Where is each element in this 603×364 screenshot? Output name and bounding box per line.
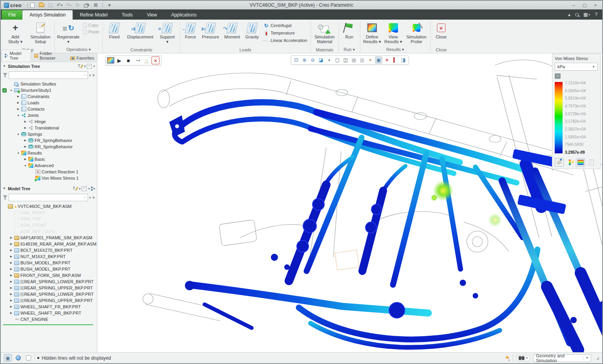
graphics-tool-icon[interactable]: [351, 56, 358, 64]
filter-icon[interactable]: [3, 195, 7, 200]
tree-item[interactable]: ▲ 6AP1AF001_FRAME_SIM_BKP.ASM: [1, 235, 97, 241]
expander-icon[interactable]: [24, 145, 27, 148]
playback-tool-icon[interactable]: [107, 57, 114, 64]
tab-applications[interactable]: Applications: [164, 10, 204, 20]
expander-icon[interactable]: [24, 126, 27, 129]
centrifugal-button[interactable]: ↻Centrifugal: [262, 22, 309, 29]
expander-icon[interactable]: [16, 107, 20, 111]
view-results-button[interactable]: View Results ▾: [383, 21, 404, 44]
tab-view[interactable]: View: [140, 10, 164, 20]
tree-toggle-icon[interactable]: [4, 354, 12, 362]
graphics-tool-icon[interactable]: [400, 56, 407, 64]
tree-item[interactable]: ▲ B REAR_SPRING_UPPER_BKP.PRT: [1, 297, 97, 304]
simulation-setup-button[interactable]: Simulation Setup: [28, 21, 53, 44]
simulation-probe-button[interactable]: Simulation Probe: [404, 21, 429, 44]
unit-select[interactable]: kPa▼: [555, 63, 598, 71]
linear-acceleration-button[interactable]: ⋯→Linear Acceleration: [262, 37, 309, 44]
add-study-button[interactable]: + Add Study ▾: [3, 21, 27, 44]
tree-item[interactable]: Von Mises Stress 1: [1, 175, 97, 181]
tree-columns-icon[interactable]: [87, 64, 92, 69]
clear-search-icon[interactable]: ×: [84, 195, 86, 200]
tree-item[interactable]: ▲ ASM_TOP: [1, 216, 97, 222]
flag-icon[interactable]: ⚑1: [505, 355, 510, 361]
expander-icon[interactable]: [9, 268, 13, 271]
playback-tool-icon[interactable]: [133, 56, 141, 64]
fixed-button[interactable]: Fixed: [104, 21, 124, 40]
graphics-tool-icon[interactable]: [384, 56, 391, 64]
tree-filters-icon[interactable]: [72, 186, 78, 191]
graphics-area[interactable]: Von Mises Stress kPa▼ − 7.1510e+046.3565…: [97, 53, 602, 352]
support-button[interactable]: ≡ Support ▾: [156, 21, 178, 44]
graphics-tool-icon[interactable]: [334, 56, 341, 64]
expander-icon[interactable]: [9, 255, 13, 258]
tree-item[interactable]: ▲ BUSH_MODEL_BKP.PRT: [1, 266, 97, 272]
tree-item[interactable]: FR_SpringBehavior: [1, 137, 97, 144]
search-icon[interactable]: [575, 13, 579, 16]
gravity-button[interactable]: ↓ Gravity: [243, 21, 261, 40]
tree-item[interactable]: ▲ FRONT_FORK_SIM_BKP.ASM: [1, 272, 97, 278]
open-file-icon[interactable]: [38, 2, 45, 8]
tab-file[interactable]: File: [2, 10, 22, 20]
copy-button[interactable]: Copy: [81, 22, 101, 28]
run-button[interactable]: Run: [340, 21, 358, 40]
report-icon[interactable]: [587, 158, 596, 167]
expander-icon[interactable]: [9, 280, 13, 283]
tree-item[interactable]: ▲ BOLT_M16X270_BKP.PRT: [1, 247, 97, 253]
save-icon[interactable]: [47, 2, 54, 8]
temperature-button[interactable]: Temperature: [262, 30, 309, 36]
simulation-material-button[interactable]: Simulation Material: [312, 21, 337, 44]
expander-icon[interactable]: [9, 299, 13, 302]
legend-collapse-button[interactable]: −: [555, 73, 561, 79]
tree-item[interactable]: Advanced: [1, 162, 97, 169]
tree-item[interactable]: RR_SpringBehavior: [1, 144, 97, 150]
close-simulation-button[interactable]: × Close: [432, 21, 450, 40]
graphics-tool-icon[interactable]: [375, 56, 382, 64]
browser-toggle-icon[interactable]: [14, 354, 22, 362]
tab-ansys-simulation[interactable]: Ansys Simulation: [22, 10, 73, 20]
tab-tools[interactable]: Tools: [115, 10, 140, 20]
expander-icon[interactable]: [24, 139, 27, 142]
playback-tool-icon[interactable]: [124, 56, 132, 64]
tree-item[interactable]: Contacts: [1, 106, 97, 112]
windows-icon[interactable]: ▾: [83, 2, 90, 8]
add-filter-icon[interactable]: +: [92, 73, 95, 77]
tree-item[interactable]: StructureStudy1: [1, 87, 97, 93]
tree-item[interactable]: Loads: [1, 100, 97, 106]
group-label-results[interactable]: Results ▾: [362, 47, 429, 53]
collapse-ribbon-icon[interactable]: ▴: [568, 12, 570, 17]
tree-item[interactable]: ▲ B REAR_SPRING_LOWER_BKP.PRT: [1, 291, 97, 297]
playback-tool-icon[interactable]: [143, 56, 150, 64]
model-tree-search-input[interactable]: ×: [9, 194, 88, 201]
playback-tool-icon[interactable]: [115, 56, 123, 64]
displacement-button[interactable]: ⇉ Displacement: [125, 21, 155, 40]
expander-icon[interactable]: [24, 164, 27, 167]
new-file-icon[interactable]: [29, 2, 36, 8]
redo-icon[interactable]: ↷▾: [65, 2, 72, 8]
tab-refine-model[interactable]: Refine Model: [73, 10, 115, 20]
tree-item[interactable]: Joints: [1, 112, 97, 118]
search-tool-button[interactable]: ▾: [516, 355, 530, 361]
tab-folder-browser[interactable]: Folder Browser: [31, 50, 67, 62]
customize-qat-icon[interactable]: ▾: [106, 2, 113, 8]
regenerate-button[interactable]: ↻ Regenerate ▾: [56, 21, 80, 44]
resize-grip[interactable]: ◢: [596, 356, 599, 360]
graphics-tool-icon[interactable]: [342, 56, 349, 64]
tree-item[interactable]: Constraints: [1, 93, 97, 100]
tree-item[interactable]: Simulation Studies: [1, 81, 97, 87]
display-options-icon[interactable]: ▦▾: [583, 12, 590, 17]
tree-item[interactable]: Contact Reaction 1: [1, 169, 97, 175]
expander-icon[interactable]: [16, 114, 20, 117]
tree-item[interactable]: Translational: [1, 125, 97, 131]
paste-button[interactable]: Paste: [81, 29, 101, 35]
filter-icon[interactable]: [3, 73, 7, 78]
sim-tree-search-input[interactable]: ×: [9, 71, 88, 79]
search-options-icon[interactable]: ▾: [89, 73, 91, 77]
expander-icon[interactable]: [16, 152, 20, 155]
tree-item[interactable]: Results: [1, 150, 97, 156]
expander-icon[interactable]: [9, 274, 13, 277]
expander-icon[interactable]: [9, 89, 13, 92]
tree-item[interactable]: ▲ NUT_M16X2_BKP.PRT: [1, 253, 97, 260]
graphics-tool-icon[interactable]: [359, 56, 366, 64]
tree-item[interactable]: ▲ VVTC46OC_SIM_BKP.ASM: [1, 203, 97, 209]
playback-tool-icon[interactable]: [152, 56, 159, 64]
